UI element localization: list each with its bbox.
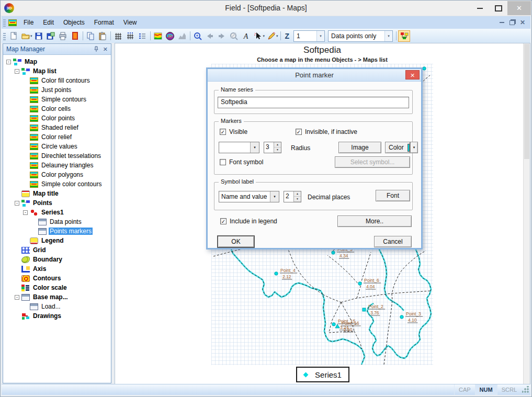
tree-item-circle-values[interactable]: Circle values: [3, 142, 111, 151]
cancel-button[interactable]: Cancel: [374, 236, 412, 247]
tree-item-map-list[interactable]: -Map list: [3, 66, 111, 76]
preview-button[interactable]: [69, 30, 81, 42]
label-mode-combo-arrow-icon[interactable]: ▾: [270, 191, 279, 202]
tree-expander-icon[interactable]: -: [6, 60, 11, 64]
open-dropdown[interactable]: ▾: [30, 34, 32, 38]
color-button[interactable]: Color: [385, 142, 410, 153]
tree-item-color-polygons[interactable]: Color polygons: [3, 170, 111, 179]
tree-expander-icon[interactable]: -: [15, 295, 19, 300]
mode-combo[interactable]: Data points only ▾: [328, 30, 393, 42]
decimals-down-icon[interactable]: ▼: [294, 197, 301, 202]
menu-item-file[interactable]: File: [19, 19, 38, 26]
grid-button[interactable]: [112, 30, 124, 42]
marker-shape-combo[interactable]: ▾: [219, 142, 259, 153]
tree-item-axis[interactable]: Axis: [3, 264, 111, 274]
select-tool-dropdown[interactable]: ▾: [263, 34, 265, 38]
map-manager-toggle-button[interactable]: [398, 30, 410, 42]
ok-button[interactable]: OK: [217, 235, 255, 248]
visible-checkbox-box[interactable]: ✓: [220, 129, 226, 135]
new-document-button[interactable]: [7, 30, 19, 42]
map-point[interactable]: [423, 67, 426, 70]
minimize-button[interactable]: [471, 1, 489, 15]
decimals-spinner[interactable]: 2 ▲▼: [284, 191, 301, 202]
tree-item-color-relief[interactable]: Color relief: [3, 132, 111, 142]
dialog-close-button[interactable]: ✕: [405, 70, 420, 80]
forward-button[interactable]: [216, 30, 228, 42]
globe-3d-button[interactable]: 3D: [164, 30, 176, 42]
panel-close-icon[interactable]: ✕: [103, 46, 108, 53]
menu-item-format[interactable]: Format: [89, 19, 119, 26]
tree-item-legend[interactable]: Legend: [3, 236, 111, 245]
select-symbol-button[interactable]: Select symbol...: [335, 156, 410, 168]
tree-item-base-map[interactable]: -Base map...: [3, 292, 111, 302]
label-mode-combo[interactable]: Name and value ▾: [219, 191, 279, 202]
tree-item-direchlet-tesselations[interactable]: Direchlet tesselations: [3, 151, 111, 161]
tree-item-map-title[interactable]: Map title: [3, 189, 111, 198]
tree-item-drawings[interactable]: Drawings: [3, 311, 111, 321]
tree-item-data-points[interactable]: Data points: [3, 217, 111, 226]
tree-item-grid[interactable]: Grid: [3, 245, 111, 255]
image-button[interactable]: Image: [338, 142, 381, 153]
tree-item-points[interactable]: -Points: [3, 198, 111, 208]
dialog-title-bar[interactable]: Point marker ✕: [208, 69, 421, 82]
tree-item-color-scale[interactable]: Color scale: [3, 283, 111, 292]
close-button[interactable]: ✕: [507, 1, 531, 15]
tree-expander-icon[interactable]: -: [15, 201, 19, 206]
include-legend-checkbox[interactable]: ✓ Include in legend: [220, 218, 277, 225]
radius-down-icon[interactable]: ▼: [274, 148, 281, 153]
marker-shape-combo-arrow-icon[interactable]: ▾: [250, 142, 259, 153]
tree-item-points-markers[interactable]: Points markers: [3, 226, 111, 236]
more-button[interactable]: More..: [337, 215, 412, 227]
pen-tool-dropdown[interactable]: ▾: [276, 34, 278, 38]
include-legend-checkbox-box[interactable]: ✓: [220, 218, 227, 224]
tree-item-color-fill-contours[interactable]: Color fill contours: [3, 76, 111, 85]
tree-expander-icon[interactable]: -: [15, 69, 19, 74]
resize-grip[interactable]: [522, 386, 529, 393]
invisible-checkbox-box[interactable]: ✓: [296, 129, 302, 135]
tree-item-load[interactable]: Load...: [3, 302, 111, 311]
menu-item-objects[interactable]: Objects: [59, 19, 89, 26]
vertical-scrollbar[interactable]: [523, 43, 530, 384]
grid-labels-button[interactable]: [124, 30, 137, 42]
maximize-button[interactable]: [489, 1, 507, 15]
open-button[interactable]: [19, 30, 31, 42]
font-button-toolbar[interactable]: A: [240, 30, 252, 42]
tree-expander-icon[interactable]: -: [23, 210, 28, 215]
visible-checkbox[interactable]: ✓ Visible: [220, 128, 247, 135]
mdi-close-icon[interactable]: ✕: [520, 19, 525, 26]
pin-icon[interactable]: [94, 46, 99, 53]
copy-button[interactable]: [85, 30, 97, 42]
tree-item-map[interactable]: -Map: [3, 57, 111, 66]
radius-spinner[interactable]: 3 ▲▼: [264, 142, 281, 153]
select-tool-button[interactable]: [252, 30, 264, 42]
mdi-minimize-icon[interactable]: [500, 22, 504, 23]
paste-button[interactable]: [97, 30, 109, 42]
tree-item-simple-color-contours[interactable]: Simple color contours: [3, 179, 111, 189]
decimals-up-icon[interactable]: ▲: [294, 191, 301, 197]
menu-item-view[interactable]: View: [119, 19, 142, 26]
surface-button[interactable]: [176, 30, 188, 42]
save-button[interactable]: [33, 30, 45, 42]
tree-item-shaded-relief[interactable]: Shaded relief: [3, 123, 111, 132]
tree-item-contours[interactable]: Contours: [3, 274, 111, 283]
color-dropdown-button[interactable]: ▾: [410, 142, 418, 153]
back-button[interactable]: [204, 30, 216, 42]
tree-item-delauney-triangles[interactable]: Delauney triangles: [3, 161, 111, 170]
z-scale-label[interactable]: Z: [282, 32, 292, 40]
scrollbar-thumb[interactable]: [524, 44, 529, 159]
font-symbol-checkbox[interactable]: Font symbol: [220, 158, 263, 166]
menu-grip[interactable]: [3, 18, 6, 27]
map-button[interactable]: [152, 30, 164, 42]
tree-item-color-cells[interactable]: Color cells: [3, 104, 111, 114]
toolbar-grip[interactable]: [3, 32, 6, 40]
zoom-combo[interactable]: 1 ▾: [293, 30, 325, 42]
tree-item-just-points[interactable]: Just points: [3, 85, 111, 95]
mdi-restore-icon[interactable]: [510, 20, 515, 25]
zoom-combo-arrow-icon[interactable]: ▾: [316, 31, 324, 41]
list-button[interactable]: [137, 30, 149, 42]
font-button[interactable]: Font: [376, 190, 410, 201]
invisible-checkbox[interactable]: ✓ Invisible, if inactive: [296, 128, 357, 135]
radius-up-icon[interactable]: ▲: [274, 142, 281, 148]
mode-combo-arrow-icon[interactable]: ▾: [384, 31, 392, 41]
pen-tool-button[interactable]: [265, 30, 277, 42]
